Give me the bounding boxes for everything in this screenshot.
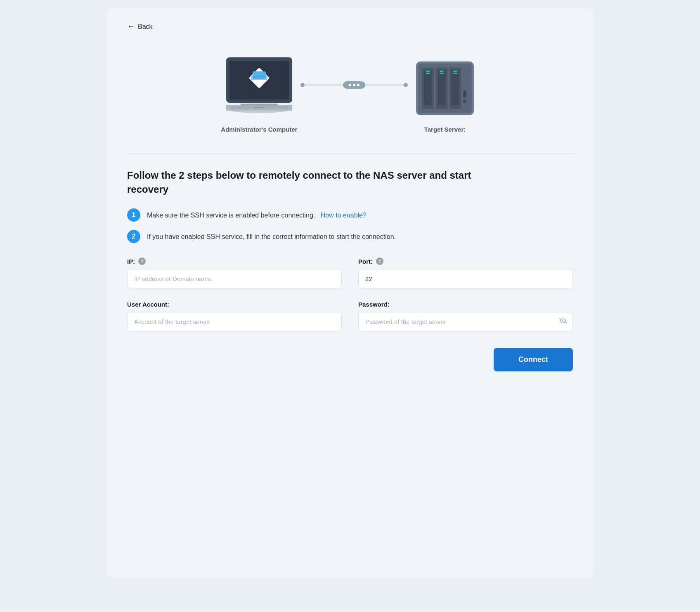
- server-icon: [408, 53, 482, 119]
- svg-rect-19: [438, 70, 445, 105]
- line-left: [305, 85, 343, 85]
- section-divider: [127, 154, 573, 154]
- svg-rect-24: [453, 71, 457, 72]
- svg-rect-5: [251, 76, 267, 78]
- dot1: [349, 84, 351, 86]
- ip-label: IP: ?: [127, 258, 342, 265]
- line-pill: [343, 81, 365, 89]
- port-help-icon[interactable]: ?: [376, 258, 383, 265]
- laptop-icon: [218, 53, 300, 119]
- step-number-2: 2: [127, 230, 140, 243]
- svg-rect-26: [463, 90, 466, 98]
- svg-rect-20: [440, 71, 444, 72]
- user-account-input[interactable]: [127, 312, 342, 331]
- server-label: Target Server:: [424, 126, 466, 133]
- svg-rect-23: [452, 70, 459, 105]
- svg-rect-11: [254, 107, 264, 108]
- port-label: Port: ?: [358, 258, 573, 265]
- password-field-group: Password:: [358, 301, 573, 331]
- admin-computer-item: Administrator's Computer: [218, 53, 300, 133]
- password-input[interactable]: [358, 312, 573, 331]
- user-account-field-group: User Account:: [127, 301, 342, 331]
- svg-rect-21: [440, 73, 444, 74]
- svg-rect-9: [241, 104, 278, 106]
- user-account-label: User Account:: [127, 301, 342, 308]
- footer-actions: Connect: [127, 348, 573, 371]
- svg-rect-25: [453, 73, 457, 74]
- svg-rect-6: [251, 78, 267, 80]
- password-input-wrapper: [358, 312, 573, 331]
- password-label: Password:: [358, 301, 573, 308]
- connection-form: IP: ? Port: ? User Account: Password:: [127, 258, 573, 331]
- server-item: Target Server:: [408, 53, 482, 133]
- ip-field-group: IP: ?: [127, 258, 342, 288]
- steps-list: 1 Make sure the SSH service is enabled b…: [127, 208, 573, 243]
- back-button[interactable]: ← Back: [127, 21, 153, 33]
- connection-diagram: Administrator's Computer: [127, 45, 573, 141]
- step-1-text: Make sure the SSH service is enabled bef…: [147, 208, 367, 221]
- step-number-1: 1: [127, 208, 140, 222]
- ip-help-icon[interactable]: ?: [138, 258, 146, 265]
- how-to-enable-link[interactable]: How to enable?: [321, 212, 367, 219]
- svg-rect-15: [424, 70, 432, 105]
- port-input[interactable]: [358, 269, 573, 288]
- step-2: 2 If you have enabled SSH service, fill …: [127, 230, 573, 243]
- admin-label: Administrator's Computer: [221, 126, 297, 133]
- svg-rect-27: [463, 99, 466, 103]
- ip-input[interactable]: [127, 269, 342, 288]
- line-right: [365, 85, 404, 85]
- step-1: 1 Make sure the SSH service is enabled b…: [127, 208, 573, 222]
- port-field-group: Port: ?: [358, 258, 573, 288]
- svg-rect-17: [426, 73, 430, 74]
- line-dot-left: [300, 83, 305, 87]
- line-dot-right: [404, 83, 408, 87]
- svg-rect-16: [426, 71, 430, 72]
- back-arrow-icon: ←: [127, 22, 135, 31]
- page-title: Follow the 2 steps below to remotely con…: [127, 168, 499, 196]
- connection-line: [300, 81, 408, 89]
- password-toggle-icon[interactable]: [559, 317, 567, 326]
- main-container: ← Back: [106, 8, 594, 578]
- dot3: [357, 84, 359, 86]
- step-2-text: If you have enabled SSH service, fill in…: [147, 230, 396, 242]
- connect-button[interactable]: Connect: [494, 348, 573, 371]
- dot2: [353, 84, 355, 86]
